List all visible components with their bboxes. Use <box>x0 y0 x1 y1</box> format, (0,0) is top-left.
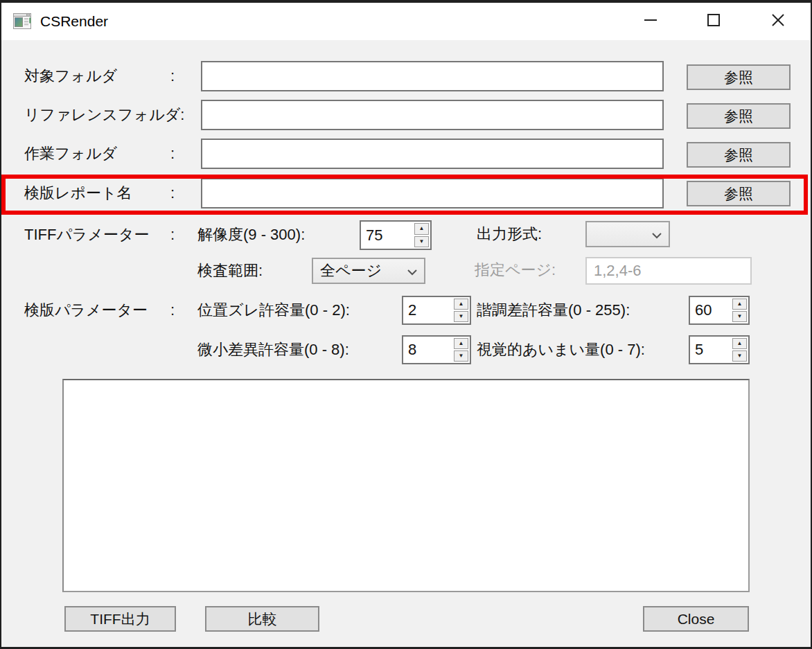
tiff-params-section-label: TIFFパラメーター : <box>24 224 175 246</box>
tone-tolerance-spin-buttons: ▲ ▼ <box>731 297 748 323</box>
tone-tolerance-spinner: ▲ ▼ <box>689 296 750 325</box>
minor-diff-tolerance-input[interactable] <box>403 337 452 363</box>
page-spec-label: 指定ページ: <box>475 259 556 281</box>
minimize-button[interactable] <box>628 3 673 40</box>
triangle-down-icon: ▼ <box>737 314 743 319</box>
position-tolerance-spin-buttons: ▲ ▼ <box>452 297 470 323</box>
title-bar: CSRender <box>1 3 811 40</box>
minor-diff-tolerance-spinner: ▲ ▼ <box>402 335 471 364</box>
position-tolerance-label: 位置ズレ許容量(0 - 2): <box>197 299 350 321</box>
spin-up-button[interactable]: ▲ <box>414 223 429 235</box>
report-name-browse-button[interactable]: 参照 <box>687 181 791 206</box>
spin-up-button[interactable]: ▲ <box>732 299 747 310</box>
triangle-up-icon: ▲ <box>737 341 743 346</box>
app-window: CSRender 対象フォルダ : 参照 リファレンスフォルダ <box>1 3 811 647</box>
tone-tolerance-label: 諧調差許容量(0 - 255): <box>477 299 630 321</box>
resolution-input[interactable] <box>361 222 413 249</box>
maximize-icon <box>707 13 721 30</box>
minor-diff-tolerance-spin-buttons: ▲ ▼ <box>452 337 470 363</box>
report-name-input[interactable] <box>201 178 664 208</box>
resolution-spinner: ▲ ▼ <box>360 220 432 250</box>
tone-tolerance-input[interactable] <box>690 297 731 323</box>
triangle-up-icon: ▲ <box>459 341 464 346</box>
visual-ambiguity-label: 視覚的あいまい量(0 - 7): <box>477 339 645 361</box>
window-title: CSRender <box>40 3 108 40</box>
triangle-up-icon: ▲ <box>737 301 743 307</box>
resolution-label: 解像度(9 - 300): <box>197 224 305 246</box>
work-folder-input[interactable] <box>201 139 664 169</box>
log-textarea[interactable] <box>62 379 750 592</box>
output-format-label: 出力形式: <box>477 223 542 245</box>
position-tolerance-spinner: ▲ ▼ <box>402 296 471 325</box>
page-spec-input[interactable] <box>585 257 752 285</box>
app-icon <box>12 12 32 31</box>
maximize-button[interactable] <box>691 3 736 40</box>
triangle-up-icon: ▲ <box>419 226 425 231</box>
target-folder-label: 対象フォルダ : <box>24 65 175 87</box>
reference-folder-browse-button[interactable]: 参照 <box>687 103 791 129</box>
spin-down-button[interactable]: ▼ <box>454 350 468 362</box>
close-button[interactable] <box>756 3 800 40</box>
compare-button[interactable]: 比較 <box>205 606 319 632</box>
chevron-down-icon <box>652 225 662 243</box>
triangle-down-icon: ▼ <box>459 314 464 319</box>
scan-range-label: 検査範囲: <box>197 260 263 282</box>
target-folder-input[interactable] <box>201 61 664 91</box>
reference-folder-input[interactable] <box>201 100 664 130</box>
triangle-down-icon: ▼ <box>419 239 425 245</box>
spin-up-button[interactable]: ▲ <box>454 299 468 310</box>
target-folder-browse-button[interactable]: 参照 <box>687 64 791 90</box>
minor-diff-tolerance-label: 微小差異許容量(0 - 8): <box>197 339 349 361</box>
spin-up-button[interactable]: ▲ <box>454 338 468 349</box>
work-folder-label: 作業フォルダ : <box>24 143 175 165</box>
triangle-down-icon: ▼ <box>737 353 743 359</box>
tiff-output-button[interactable]: TIFF出力 <box>64 606 176 632</box>
spin-down-button[interactable]: ▼ <box>454 311 468 322</box>
check-params-section-label: 検版パラメーター : <box>24 299 175 321</box>
work-folder-browse-button[interactable]: 参照 <box>687 142 791 168</box>
minimize-icon <box>644 13 657 30</box>
visual-ambiguity-spin-buttons: ▲ ▼ <box>731 337 748 363</box>
visual-ambiguity-spinner: ▲ ▼ <box>689 335 750 364</box>
output-format-dropdown[interactable] <box>585 221 670 247</box>
spin-down-button[interactable]: ▼ <box>732 311 747 322</box>
scan-range-dropdown[interactable]: 全ページ <box>312 258 425 284</box>
triangle-down-icon: ▼ <box>459 353 464 359</box>
chevron-down-icon <box>407 262 417 280</box>
triangle-up-icon: ▲ <box>459 301 464 307</box>
spin-down-button[interactable]: ▼ <box>732 350 747 362</box>
visual-ambiguity-input[interactable] <box>690 337 731 363</box>
report-name-label: 検版レポート名 : <box>24 182 175 204</box>
position-tolerance-input[interactable] <box>403 297 452 323</box>
close-icon <box>771 13 785 30</box>
spin-down-button[interactable]: ▼ <box>414 236 429 248</box>
spin-up-button[interactable]: ▲ <box>732 338 747 349</box>
resolution-spin-buttons: ▲ ▼ <box>413 222 430 249</box>
close-dialog-button[interactable]: Close <box>643 606 749 632</box>
reference-folder-label: リファレンスフォルダ : <box>24 104 175 126</box>
